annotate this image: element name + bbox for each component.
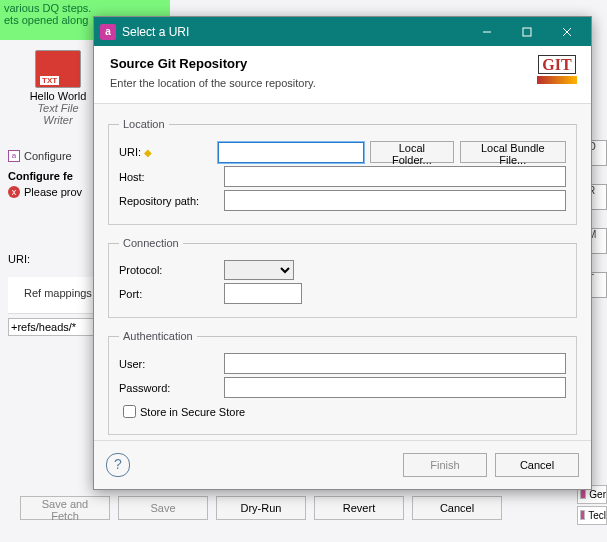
uri-field-label: URI: xyxy=(8,253,30,265)
dialog-header: Source Git Repository Enter the location… xyxy=(94,46,591,104)
select-uri-dialog: a Select a URI Source Git Repository Ent… xyxy=(93,16,592,490)
finish-button[interactable]: Finish xyxy=(403,453,487,477)
icon-txt-label: TXT xyxy=(40,76,59,85)
svg-rect-1 xyxy=(523,28,531,36)
window-title: Select a URI xyxy=(122,25,467,39)
host-input[interactable] xyxy=(224,166,566,187)
repo-path-label: Repository path: xyxy=(119,195,224,207)
revert-button[interactable]: Revert xyxy=(314,496,404,520)
location-legend: Location xyxy=(119,118,169,130)
minimize-button[interactable] xyxy=(467,17,507,46)
connection-group: Connection Protocol: Port: xyxy=(108,237,577,318)
cancel-button-bg[interactable]: Cancel xyxy=(412,496,502,520)
secure-store-checkbox[interactable] xyxy=(123,405,136,418)
port-input[interactable] xyxy=(224,283,302,304)
header-title: Source Git Repository xyxy=(110,56,575,71)
protocol-select[interactable] xyxy=(224,260,294,280)
file-writer-icon: TXT xyxy=(35,50,81,88)
secure-store-label: Store in Secure Store xyxy=(140,406,245,418)
error-text: Please prov xyxy=(24,186,82,198)
node-subtitle: Text File Writer xyxy=(28,102,88,126)
help-button[interactable]: ? xyxy=(106,453,130,477)
configure-tab-label: Configure xyxy=(24,150,72,162)
git-logo: GIT xyxy=(537,56,577,84)
repo-path-input[interactable] xyxy=(224,190,566,211)
git-logo-bar xyxy=(537,76,577,84)
bottom-toolbar: Save and Fetch Save Dry-Run Revert Cance… xyxy=(20,496,502,520)
banner-line2: ets opened along xyxy=(4,14,88,26)
node-label: Hello World xyxy=(28,90,88,102)
right-tab-2[interactable]: Tecl xyxy=(577,506,607,525)
app-icon: a xyxy=(8,150,20,162)
workflow-node[interactable]: TXT Hello World Text File Writer xyxy=(28,50,88,126)
close-button[interactable] xyxy=(547,17,587,46)
required-icon: ◆ xyxy=(144,147,152,158)
tab-label: Tecl xyxy=(588,510,606,521)
git-logo-text: GIT xyxy=(538,55,575,74)
user-input[interactable] xyxy=(224,353,566,374)
right-tabs: Ger Tecl xyxy=(577,485,607,527)
dialog-content: Location URI: ◆ Local Folder... Local Bu… xyxy=(94,104,591,457)
port-label: Port: xyxy=(119,288,224,300)
save-button[interactable]: Save xyxy=(118,496,208,520)
dry-run-button[interactable]: Dry-Run xyxy=(216,496,306,520)
tab-label: Ger xyxy=(589,489,606,500)
uri-label: URI: ◆ xyxy=(119,146,218,158)
header-subtitle: Enter the location of the source reposit… xyxy=(110,77,575,89)
app-icon: a xyxy=(100,24,116,40)
auth-legend: Authentication xyxy=(119,330,197,342)
error-icon: x xyxy=(8,186,20,198)
location-group: Location URI: ◆ Local Folder... Local Bu… xyxy=(108,118,577,225)
save-and-fetch-button[interactable]: Save and Fetch xyxy=(20,496,110,520)
banner-line1: various DQ steps. xyxy=(4,2,91,14)
connection-legend: Connection xyxy=(119,237,183,249)
tab-icon xyxy=(580,489,586,499)
dialog-footer: ? Finish Cancel xyxy=(94,440,591,489)
local-bundle-button[interactable]: Local Bundle File... xyxy=(460,141,566,163)
cancel-button[interactable]: Cancel xyxy=(495,453,579,477)
authentication-group: Authentication User: Password: Store in … xyxy=(108,330,577,435)
user-label: User: xyxy=(119,358,224,370)
host-label: Host: xyxy=(119,171,224,183)
tab-icon xyxy=(580,510,585,520)
protocol-label: Protocol: xyxy=(119,264,224,276)
titlebar[interactable]: a Select a URI xyxy=(94,17,591,46)
password-label: Password: xyxy=(119,382,224,394)
local-folder-button[interactable]: Local Folder... xyxy=(370,141,453,163)
uri-input[interactable] xyxy=(218,142,364,163)
maximize-button[interactable] xyxy=(507,17,547,46)
password-input[interactable] xyxy=(224,377,566,398)
